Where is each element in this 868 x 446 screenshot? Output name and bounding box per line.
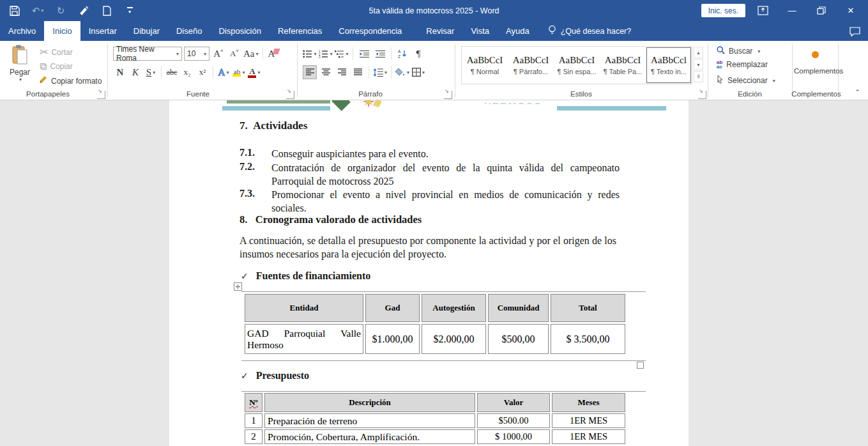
new-document-icon[interactable] [100, 4, 114, 18]
decrease-indent-button[interactable] [357, 47, 371, 61]
align-center-button[interactable] [319, 65, 333, 79]
italic-button[interactable]: K [128, 65, 142, 79]
ribbon-display-options-icon[interactable] [752, 0, 773, 21]
style-texto-independiente[interactable]: AaBbCcl¶ Texto in... [646, 47, 691, 83]
tab-referencias[interactable]: Referencias [270, 21, 330, 41]
change-case-button[interactable]: Aa▾ [243, 47, 259, 61]
line-spacing-button[interactable]: ▾ [373, 65, 387, 79]
shrink-font-button[interactable]: A˅ [227, 47, 241, 61]
undo-icon[interactable]: ↶▾ [31, 4, 45, 18]
group-label-fuente: Fuente [166, 90, 230, 98]
styles-more-icon[interactable]: ⊽ [694, 71, 703, 82]
letterhead-teal-bar-left [222, 106, 330, 111]
highlight-color-button[interactable]: ab▾ [232, 65, 246, 79]
subscript-button[interactable]: x₂ [180, 65, 194, 79]
customize-qat-icon[interactable]: ▾ [123, 4, 137, 18]
tab-dibujar[interactable]: Dibujar [125, 21, 168, 41]
tell-me-box[interactable]: ¿Qué desea hacer? [548, 21, 632, 41]
checkmark-icon: ✓ [241, 371, 248, 381]
styles-scroll-up-icon[interactable]: ▲ [694, 47, 703, 58]
font-name-combobox[interactable]: Times New Roma▾ [113, 47, 182, 61]
find-button[interactable]: Buscar▾ [717, 45, 760, 57]
align-left-button[interactable] [303, 65, 317, 79]
cut-button[interactable]: ✂Cortar [40, 46, 73, 58]
funding-comunidad-value: $500,00 [488, 324, 549, 354]
group-label-parrafo: Párrafo [339, 90, 402, 98]
font-color-button[interactable]: A▾ [247, 65, 261, 79]
collapse-ribbon-icon[interactable]: ⌃ [855, 88, 860, 96]
tab-correspondencia[interactable]: Correspondencia [330, 21, 410, 41]
tab-ayuda[interactable]: Ayuda [498, 21, 538, 41]
sort-button[interactable]: AZ [395, 47, 409, 61]
grow-font-button[interactable]: A˄ [211, 47, 225, 61]
feedback-comment-icon[interactable] [846, 24, 863, 38]
ribbon-tabs: Archivo Inicio Insertar Dibujar Diseño D… [0, 21, 868, 41]
funding-header-gad: Gad [365, 294, 420, 322]
tab-revisar[interactable]: Revisar [418, 21, 462, 41]
strikethrough-button[interactable]: abc [165, 65, 179, 79]
align-right-button[interactable] [335, 65, 349, 79]
funding-header-comunidad: Comunidad [488, 294, 549, 322]
letterhead-faded-text: HERMOSO [484, 100, 543, 104]
borders-button[interactable]: ▾ [411, 65, 425, 79]
style-table-paragraph[interactable]: AaBbCcI¶ Table Pa... [600, 47, 645, 83]
bold-button[interactable]: N [113, 65, 127, 79]
title-bar: ↶▾ ↻ ▾ 5ta válida de motocross 2025 - Wo… [0, 0, 868, 21]
show-paragraph-marks-button[interactable]: ¶ [411, 47, 425, 61]
styles-gallery: AaBbCcI¶ Normal AaBbCcI¶ Párrafo... AaBb… [461, 46, 692, 84]
funding-table[interactable]: Entidad Gad Autogestión Comunidad Total … [243, 292, 627, 356]
sign-in-button[interactable]: Inic. ses. [701, 4, 745, 17]
tab-archivo[interactable]: Archivo [0, 21, 44, 41]
estilos-dialog-launcher[interactable] [698, 91, 706, 99]
table-grid-line [241, 360, 646, 361]
close-icon[interactable]: ✕ [840, 0, 862, 21]
shading-button[interactable]: ▾ [395, 65, 409, 79]
document-page[interactable]: HERMOSO 7. Actividades 7.1. Conseguir au… [169, 100, 689, 446]
tab-vista[interactable]: Vista [462, 21, 498, 41]
style-parrafo[interactable]: AaBbCcI¶ Párrafo... [508, 47, 553, 83]
save-icon[interactable] [8, 4, 22, 18]
justify-button[interactable] [351, 65, 365, 79]
minimize-icon[interactable]: — [781, 0, 803, 21]
increase-indent-button[interactable] [373, 47, 387, 61]
restore-icon[interactable] [811, 0, 832, 21]
copy-button[interactable]: ⧉Copiar [40, 61, 73, 72]
tab-insertar[interactable]: Insertar [80, 21, 125, 41]
paste-button[interactable]: Pegar ▾ [5, 45, 34, 82]
budget-table[interactable]: Nº Descripción Valor Meses 1 Preparación… [243, 392, 627, 445]
heading-cronograma: 8. Cronograma valorado de actividades [240, 213, 422, 226]
item-7-2-text: Contratación de organizador del evento d… [271, 161, 620, 188]
tab-diseno[interactable]: Diseño [168, 21, 210, 41]
addins-button[interactable]: Complementos [794, 46, 836, 75]
table-row: 1 Preparación de terreno $500.00 1ER MES [245, 413, 625, 428]
bullet-list-button[interactable]: ▾ [303, 47, 317, 61]
numbered-list-button[interactable]: 123▾ [319, 47, 333, 61]
format-painter-icon [40, 75, 48, 87]
parrafo-dialog-launcher[interactable] [444, 91, 452, 99]
underline-button[interactable]: S▾ [144, 65, 158, 79]
portapapeles-dialog-launcher[interactable] [97, 91, 105, 99]
tab-disposicion[interactable]: Disposición [210, 21, 269, 41]
text-effects-button[interactable]: A▾ [217, 65, 231, 79]
superscript-button[interactable]: x² [195, 65, 209, 79]
budget-row1-desc: Preparación de terreno [264, 413, 475, 428]
replace-button[interactable]: abac Reemplazar [717, 60, 768, 69]
redo-icon[interactable]: ↻ [54, 4, 68, 18]
group-label-estilos: Estilos [549, 90, 613, 98]
multilevel-list-button[interactable]: ▾ [335, 47, 349, 61]
styles-scroll-down-icon[interactable]: ▼ [694, 59, 703, 70]
budget-row2-meses: 1ER MES [552, 429, 625, 444]
table-resize-handle[interactable] [637, 362, 644, 369]
copy-icon: ⧉ [40, 61, 47, 72]
font-size-combobox[interactable]: 10▾ [184, 47, 209, 61]
format-painter-button[interactable]: Copiar formato [40, 75, 102, 87]
clear-formatting-button[interactable]: A [267, 47, 281, 61]
style-sin-espaciado[interactable]: AaBbCcI¶ Sin espa... [554, 47, 599, 83]
tab-inicio[interactable]: Inicio [44, 21, 80, 41]
ink-icon[interactable] [77, 4, 91, 18]
svg-text:A: A [398, 49, 401, 54]
select-button[interactable]: Seleccionar▾ [717, 75, 775, 86]
fuente-dialog-launcher[interactable] [286, 91, 294, 99]
table-move-handle-icon[interactable]: ✛ [234, 282, 242, 291]
style-normal[interactable]: AaBbCcI¶ Normal [462, 47, 507, 83]
